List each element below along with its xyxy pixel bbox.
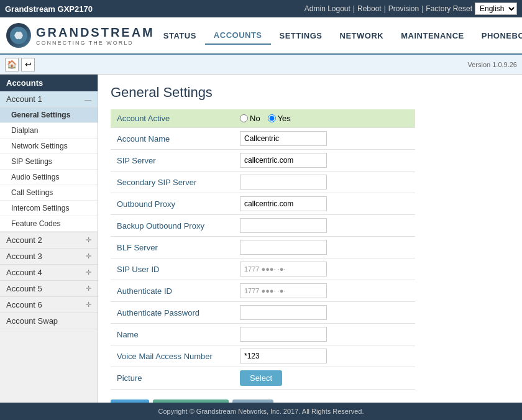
form-row-picture: Picture Select	[111, 367, 415, 390]
value-name	[235, 324, 415, 345]
radio-no-label[interactable]: No	[240, 114, 260, 123]
value-secondary-sip-server	[235, 171, 415, 193]
expand-icon-2: ✛	[86, 236, 91, 244]
logo-text: GRANDSTREAM CONNECTING THE WORLD	[36, 25, 155, 46]
radio-yes[interactable]	[268, 114, 276, 122]
footer-text: Copyright © Grandstream Networks, Inc. 2…	[158, 408, 364, 415]
nav-phonebook[interactable]: PHONEBOOK	[473, 27, 522, 44]
nav-accounts[interactable]: ACCOUNTS	[205, 27, 271, 45]
sidebar-general-settings[interactable]: General Settings	[0, 107, 98, 123]
nav-network[interactable]: NETWORK	[331, 27, 393, 44]
label-picture: Picture	[111, 367, 235, 390]
form-row-authenticate-password: Authenticate Password	[111, 302, 415, 324]
input-backup-outbound-proxy[interactable]	[240, 218, 327, 233]
value-authenticate-password	[235, 302, 415, 324]
sidebar-account-6[interactable]: Account 6 ✛	[0, 297, 98, 313]
input-outbound-proxy[interactable]	[240, 196, 327, 211]
nav-settings[interactable]: SETTINGS	[271, 27, 331, 44]
input-sip-server[interactable]	[240, 153, 327, 168]
expand-icon-6: ✛	[86, 301, 91, 309]
sidebar-account-4-label: Account 4	[6, 268, 42, 277]
label-account-name: Account Name	[111, 128, 235, 150]
reset-button[interactable]: Reset	[232, 399, 273, 403]
sidebar-intercom-settings[interactable]: Intercom Settings	[0, 201, 98, 216]
sidebar-call-settings[interactable]: Call Settings	[0, 185, 98, 201]
value-account-name	[235, 128, 415, 150]
value-sip-server	[235, 150, 415, 171]
settings-form: Account Active No Yes	[111, 109, 415, 390]
expand-icon-3: ✛	[86, 252, 91, 260]
brand-name: GRANDSTREAM	[36, 25, 155, 40]
label-sip-user-id: SIP User ID	[111, 258, 235, 280]
radio-yes-label[interactable]: Yes	[268, 114, 291, 123]
toolbar: 🏠 ↩ Version 1.0.9.26	[0, 55, 522, 75]
form-row-authenticate-id: Authenticate ID	[111, 280, 415, 302]
label-name: Name	[111, 324, 235, 345]
sidebar-account-2[interactable]: Account 2 ✛	[0, 232, 98, 249]
nav-maintenance[interactable]: MAINTENANCE	[392, 27, 473, 44]
sidebar-account-5[interactable]: Account 5 ✛	[0, 281, 98, 297]
label-sip-server: SIP Server	[111, 150, 235, 171]
sidebar-account-swap-label: Account Swap	[6, 316, 58, 326]
label-secondary-sip-server: Secondary SIP Server	[111, 171, 235, 193]
sidebar-account-4[interactable]: Account 4 ✛	[0, 265, 98, 281]
input-sip-user-id[interactable]	[240, 262, 327, 276]
input-voicemail[interactable]	[240, 349, 327, 363]
input-blf-server[interactable]	[240, 240, 327, 255]
page-title: General Settings	[111, 84, 510, 101]
version-text: Version 1.0.9.26	[467, 61, 517, 68]
brand-sub: CONNECTING THE WORLD	[36, 40, 155, 46]
provision-link[interactable]: Provision	[388, 4, 419, 13]
value-authenticate-id	[235, 280, 415, 302]
value-outbound-proxy	[235, 193, 415, 215]
sidebar-account-1[interactable]: Account 1 —	[0, 91, 98, 107]
label-blf-server: BLF Server	[111, 237, 235, 258]
label-account-active: Account Active	[111, 109, 235, 128]
value-picture: Select	[235, 367, 415, 390]
label-authenticate-password: Authenticate Password	[111, 302, 235, 324]
label-voicemail: Voice Mail Access Number	[111, 345, 235, 367]
label-authenticate-id: Authenticate ID	[111, 280, 235, 302]
sidebar-feature-codes[interactable]: Feature Codes	[0, 216, 98, 232]
reboot-link[interactable]: Reboot	[357, 4, 382, 13]
sidebar-account-swap[interactable]: Account Swap	[0, 313, 98, 329]
form-row-blf-server: BLF Server	[111, 237, 415, 258]
input-secondary-sip-server[interactable]	[240, 175, 327, 189]
logo-area: GRANDSTREAM CONNECTING THE WORLD	[6, 23, 155, 48]
input-account-name[interactable]	[240, 131, 327, 146]
select-picture-button[interactable]: Select	[240, 370, 282, 386]
value-voicemail	[235, 345, 415, 367]
form-row-backup-outbound-proxy: Backup Outbound Proxy	[111, 215, 415, 237]
main-nav: STATUS ACCOUNTS SETTINGS NETWORK MAINTEN…	[155, 27, 522, 45]
admin-logout-link[interactable]: Admin Logout	[304, 4, 350, 13]
nav-status[interactable]: STATUS	[155, 27, 205, 44]
toolbar-icons: 🏠 ↩	[5, 58, 35, 71]
form-row-account-name: Account Name	[111, 128, 415, 150]
back-icon[interactable]: ↩	[21, 58, 35, 71]
input-authenticate-id[interactable]	[240, 283, 327, 298]
sidebar-network-settings[interactable]: Network Settings	[0, 139, 98, 154]
value-account-active: No Yes	[235, 109, 415, 128]
home-icon[interactable]: 🏠	[5, 58, 19, 71]
sidebar-dialplan[interactable]: Dialplan	[0, 123, 98, 139]
factory-reset-link[interactable]: Factory Reset	[426, 4, 472, 13]
expand-icon-5: ✛	[86, 285, 91, 293]
sidebar-sip-settings[interactable]: SIP Settings	[0, 154, 98, 170]
language-select[interactable]: English	[475, 2, 517, 15]
form-row-outbound-proxy: Outbound Proxy	[111, 193, 415, 215]
form-row-voicemail: Voice Mail Access Number	[111, 345, 415, 367]
form-row-name: Name	[111, 324, 415, 345]
sidebar-account-3[interactable]: Account 3 ✛	[0, 249, 98, 265]
sidebar-account-3-label: Account 3	[6, 252, 42, 261]
value-sip-user-id	[235, 258, 415, 280]
save-apply-button[interactable]: Save and Apply	[153, 399, 229, 403]
form-row-account-active: Account Active No Yes	[111, 109, 415, 128]
input-authenticate-password[interactable]	[240, 305, 327, 320]
sidebar-audio-settings[interactable]: Audio Settings	[0, 170, 98, 185]
input-name[interactable]	[240, 327, 327, 342]
sidebar-account-1-submenu: General Settings Dialplan Network Settin…	[0, 107, 98, 232]
label-backup-outbound-proxy: Backup Outbound Proxy	[111, 215, 235, 237]
radio-no[interactable]	[240, 114, 248, 122]
value-blf-server	[235, 237, 415, 258]
save-button[interactable]: Save	[111, 399, 149, 403]
